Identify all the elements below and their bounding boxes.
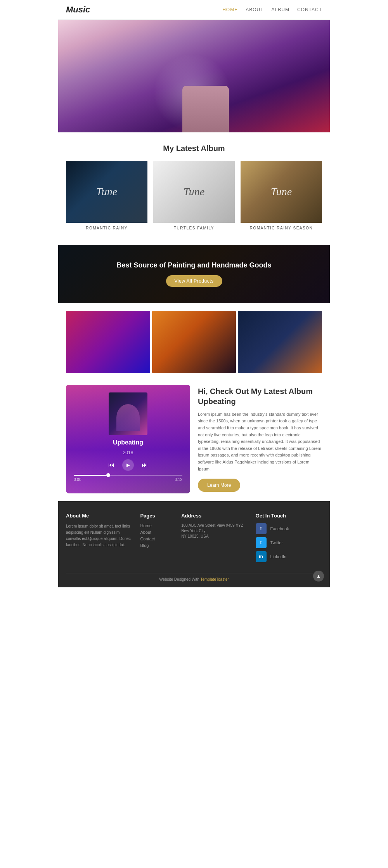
- player-year: 2018: [123, 450, 133, 455]
- hero-person: [171, 31, 248, 132]
- footer-link-blog[interactable]: Blog: [140, 543, 173, 548]
- progress-dot: [106, 473, 110, 477]
- banner-section: Best Source of Painting and Handmade Goo…: [58, 245, 330, 303]
- facebook-icon[interactable]: f: [256, 523, 267, 534]
- promo-body: Lorem ipsum has been the industry's stan…: [198, 411, 322, 472]
- logo: Music: [66, 5, 90, 15]
- footer-about-heading: About Me: [66, 513, 132, 519]
- album-thumb-1: Tune: [66, 161, 147, 223]
- address-line-2: New York City: [181, 529, 248, 533]
- photo-item-1: [66, 311, 150, 373]
- promo-heading: Hi, Check Out My Latest Album Upbeating: [198, 386, 322, 406]
- time-current: 0:00: [74, 477, 81, 482]
- nav-contact[interactable]: CONTACT: [297, 7, 322, 12]
- footer-grid: About Me Lorem ipsum dolor sit amet, tac…: [66, 513, 322, 565]
- footer-address: Address 103 ABC Ave Street View #459 XYZ…: [181, 513, 248, 565]
- photo-grid: [58, 307, 330, 377]
- photo-item-2: [152, 311, 236, 373]
- promo-text: Hi, Check Out My Latest Album Upbeating …: [198, 386, 322, 492]
- address-line-3: NY 10025, USA: [181, 534, 248, 538]
- album-thumb-2: Tune: [153, 161, 235, 223]
- album-cover-figure: [116, 404, 140, 431]
- address-line-1: 103 ABC Ave Street View #459 XYZ: [181, 523, 248, 528]
- footer-about: About Me Lorem ipsum dolor sit amet, tac…: [66, 513, 132, 565]
- footer-bottom-text: Website Designed With TemplateToaster: [159, 577, 229, 582]
- footer-bottom: Website Designed With TemplateToaster: [66, 573, 322, 582]
- footer-social: Get In Touch f Facebook t Twitter in Lin…: [256, 513, 322, 565]
- album-card-2[interactable]: Tune TURTLES FAMILY: [153, 161, 235, 233]
- scroll-top-button[interactable]: ▲: [313, 571, 324, 582]
- nav-home[interactable]: HOME: [222, 7, 238, 12]
- nav-album[interactable]: ALBUM: [272, 7, 289, 12]
- time-total: 3:12: [175, 477, 182, 482]
- nav-about[interactable]: ABOUT: [246, 7, 263, 12]
- player-controls: ⏮ ▶ ⏭: [108, 459, 148, 471]
- facebook-label: Facebook: [270, 526, 289, 531]
- album-watermark-3: Tune: [271, 186, 292, 198]
- view-all-button[interactable]: View All Products: [166, 275, 222, 287]
- footer-pages: Pages Home About Contact Blog: [140, 513, 173, 565]
- footer-pages-heading: Pages: [140, 513, 173, 519]
- album-card-1[interactable]: Tune ROMANTIC RAINY: [66, 161, 147, 233]
- banner-title: Best Source of Painting and Handmade Goo…: [116, 261, 271, 269]
- footer-link-contact[interactable]: Contact: [140, 536, 173, 541]
- social-facebook: f Facebook: [256, 523, 322, 534]
- album-watermark-2: Tune: [184, 186, 204, 198]
- social-twitter: t Twitter: [256, 537, 322, 548]
- album-card-3[interactable]: Tune ROMANTIC RAINY SEASON: [241, 161, 322, 233]
- footer-about-text: Lorem ipsum dolor sit amet, tact links a…: [66, 523, 132, 548]
- player-card: Upbeating 2018 ⏮ ▶ ⏭ 0:00 3:12: [66, 385, 190, 493]
- album-thumb-3: Tune: [241, 161, 322, 223]
- progress-times: 0:00 3:12: [74, 477, 182, 482]
- progress-bar[interactable]: [74, 475, 182, 476]
- album-grid: Tune ROMANTIC RAINY Tune TURTLES FAMILY …: [58, 161, 330, 241]
- footer-link-about[interactable]: About: [140, 530, 173, 535]
- section-title: My Latest Album: [58, 132, 330, 161]
- footer-link-home[interactable]: Home: [140, 523, 173, 528]
- photo-item-3: [238, 311, 322, 373]
- linkedin-label: LinkedIn: [270, 554, 287, 559]
- player-title: Upbeating: [113, 439, 143, 446]
- twitter-icon[interactable]: t: [256, 537, 267, 548]
- footer-social-heading: Get In Touch: [256, 513, 322, 519]
- album-caption-2: TURTLES FAMILY: [153, 223, 235, 233]
- learn-more-button[interactable]: Learn More: [198, 479, 240, 492]
- progress-fill: [74, 475, 106, 476]
- rewind-icon[interactable]: ⏮: [108, 462, 114, 469]
- forward-icon[interactable]: ⏭: [142, 462, 148, 469]
- nav: HOME ABOUT ALBUM CONTACT: [222, 7, 322, 12]
- album-caption-3: ROMANTIC RAINY SEASON: [241, 223, 322, 233]
- album-promo-section: Upbeating 2018 ⏮ ▶ ⏭ 0:00 3:12 Hi, Check…: [58, 377, 330, 501]
- linkedin-icon[interactable]: in: [256, 551, 267, 562]
- album-watermark-1: Tune: [96, 186, 117, 198]
- album-cover: [109, 392, 147, 435]
- album-caption-1: ROMANTIC RAINY: [66, 223, 147, 233]
- latest-album-section: My Latest Album Tune ROMANTIC RAINY Tune…: [58, 132, 330, 241]
- twitter-label: Twitter: [270, 540, 283, 545]
- header: Music HOME ABOUT ALBUM CONTACT: [58, 0, 330, 20]
- footer-address-heading: Address: [181, 513, 248, 519]
- footer: About Me Lorem ipsum dolor sit amet, tac…: [58, 501, 330, 587]
- player-progress: 0:00 3:12: [74, 475, 182, 482]
- play-button[interactable]: ▶: [122, 459, 134, 471]
- social-linkedin: in LinkedIn: [256, 551, 322, 562]
- hero-section: [58, 20, 330, 132]
